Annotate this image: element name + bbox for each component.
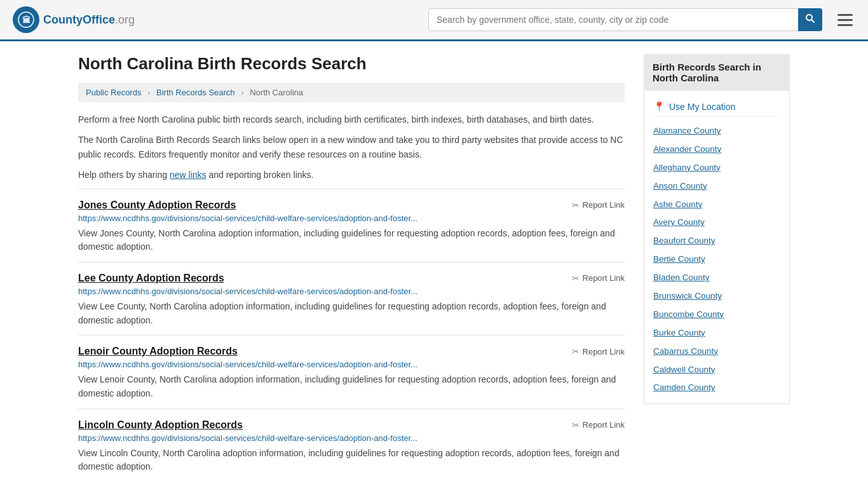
hamburger-menu-button[interactable] (835, 11, 855, 29)
sidebar-body: 📍 Use My Location Alamance CountyAlexand… (644, 91, 790, 404)
sidebar-county-brunswick-county[interactable]: Brunswick County (653, 287, 780, 306)
result-desc-2: View Lenoir County, North Carolina adopt… (78, 373, 625, 400)
menu-line (837, 14, 853, 16)
result-card: Jones County Adoption Records ✂ Report L… (78, 189, 625, 262)
result-header: Jones County Adoption Records ✂ Report L… (78, 200, 625, 211)
search-bar (428, 8, 822, 31)
report-label: Report Link (583, 420, 625, 430)
report-link-1[interactable]: ✂ Report Link (572, 273, 625, 283)
result-card: Lee County Adoption Records ✂ Report Lin… (78, 262, 625, 335)
new-links-link[interactable]: new links (170, 170, 207, 180)
result-title-3[interactable]: Lincoln County Adoption Records (78, 419, 243, 431)
description-1: Perform a free North Carolina public bir… (78, 112, 625, 126)
report-icon: ✂ (572, 200, 580, 210)
sidebar-county-avery-county[interactable]: Avery County (653, 214, 780, 232)
main-container: North Carolina Birth Records Search Publ… (65, 41, 803, 488)
svg-text:🏛: 🏛 (22, 15, 31, 25)
report-link-2[interactable]: ✂ Report Link (572, 346, 625, 356)
sidebar-county-burke-county[interactable]: Burke County (653, 324, 780, 342)
logo-icon: 🏛 (13, 6, 39, 33)
result-header: Lincoln County Adoption Records ✂ Report… (78, 419, 625, 431)
sidebar-county-alexander-county[interactable]: Alexander County (653, 140, 780, 159)
sidebar-county-ashe-county[interactable]: Ashe County (653, 196, 780, 214)
result-desc-0: View Jones County, North Carolina adopti… (78, 227, 625, 254)
sidebar-county-alleghany-county[interactable]: Alleghany County (653, 159, 780, 177)
location-icon: 📍 (653, 101, 665, 112)
report-icon: ✂ (572, 273, 580, 283)
svg-line-3 (811, 20, 814, 22)
use-my-location-link[interactable]: 📍 Use My Location (653, 97, 780, 117)
result-url-0[interactable]: https://www.ncdhhs.gov/divisions/social-… (78, 214, 625, 223)
use-location-label: Use My Location (669, 102, 735, 112)
result-title-1[interactable]: Lee County Adoption Records (78, 273, 224, 284)
breadcrumb-sep: › (241, 88, 243, 97)
result-url-1[interactable]: https://www.ncdhhs.gov/divisions/social-… (78, 287, 625, 296)
sidebar: Birth Records Search in North Carolina 📍… (644, 54, 790, 482)
result-desc-3: View Lincoln County, North Carolina adop… (78, 447, 625, 474)
report-icon: ✂ (572, 346, 580, 356)
breadcrumb-current: North Carolina (250, 88, 303, 97)
sidebar-county-cabarrus-county[interactable]: Cabarrus County (653, 342, 780, 361)
county-links-container: Alamance CountyAlexander CountyAlleghany… (653, 122, 780, 397)
report-link-0[interactable]: ✂ Report Link (572, 200, 625, 210)
description-3: Help others by sharing new links and rep… (78, 168, 625, 182)
site-header: 🏛 CountyOffice.org (0, 0, 868, 41)
breadcrumb: Public Records › Birth Records Search › … (78, 83, 625, 102)
report-label: Report Link (583, 273, 625, 283)
sidebar-title: Birth Records Search in North Carolina (644, 54, 790, 91)
result-url-3[interactable]: https://www.ncdhhs.gov/divisions/social-… (78, 433, 625, 443)
search-button[interactable] (798, 8, 822, 31)
result-header: Lenoir County Adoption Records ✂ Report … (78, 346, 625, 357)
report-label: Report Link (583, 200, 625, 210)
sidebar-county-bertie-county[interactable]: Bertie County (653, 250, 780, 269)
description-2: The North Carolina Birth Records Search … (78, 133, 625, 161)
sidebar-county-alamance-county[interactable]: Alamance County (653, 122, 780, 140)
sidebar-county-bladen-county[interactable]: Bladen County (653, 269, 780, 287)
result-card: Lincoln County Adoption Records ✂ Report… (78, 409, 625, 482)
sidebar-county-buncombe-county[interactable]: Buncombe County (653, 306, 780, 324)
sidebar-county-beaufort-county[interactable]: Beaufort County (653, 232, 780, 250)
page-title: North Carolina Birth Records Search (78, 54, 625, 74)
result-card: Lenoir County Adoption Records ✂ Report … (78, 335, 625, 408)
breadcrumb-sep: › (147, 88, 150, 97)
result-header: Lee County Adoption Records ✂ Report Lin… (78, 273, 625, 284)
report-label: Report Link (583, 347, 625, 356)
logo-link[interactable]: 🏛 CountyOffice.org (13, 6, 135, 33)
menu-line (837, 24, 853, 26)
sidebar-county-anson-county[interactable]: Anson County (653, 177, 780, 196)
report-link-3[interactable]: ✂ Report Link (572, 420, 625, 430)
result-title-0[interactable]: Jones County Adoption Records (78, 200, 236, 211)
breadcrumb-birth-records-search[interactable]: Birth Records Search (156, 88, 235, 97)
result-url-2[interactable]: https://www.ncdhhs.gov/divisions/social-… (78, 360, 625, 369)
result-title-2[interactable]: Lenoir County Adoption Records (78, 346, 238, 357)
result-desc-1: View Lee County, North Carolina adoption… (78, 300, 625, 327)
menu-line (837, 19, 853, 21)
search-input[interactable] (428, 8, 822, 31)
sidebar-county-camden-county[interactable]: Camden County (653, 379, 780, 397)
sidebar-county-caldwell-county[interactable]: Caldwell County (653, 361, 780, 379)
report-icon: ✂ (572, 420, 580, 430)
breadcrumb-public-records[interactable]: Public Records (86, 88, 141, 97)
content-area: North Carolina Birth Records Search Publ… (78, 54, 625, 482)
logo-text: CountyOffice.org (43, 13, 135, 27)
results-container: Jones County Adoption Records ✂ Report L… (78, 189, 625, 482)
